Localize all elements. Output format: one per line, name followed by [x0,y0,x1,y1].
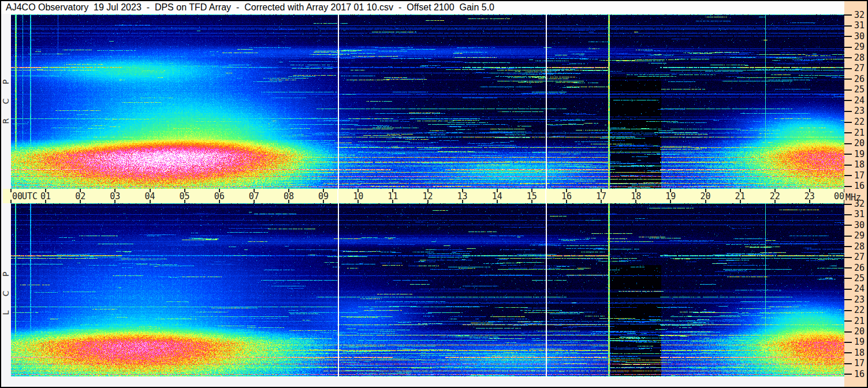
freq-tick-label: 23 [854,106,865,116]
time-tick-label: 20 [700,191,710,202]
freq-tick [844,57,852,58]
freq-tick-label: 17 [854,358,865,368]
freq-tick [844,68,852,69]
lcp-panel-label: L C P [2,266,11,315]
freq-tick [844,89,852,91]
freq-tick [844,47,852,48]
time-tick-label: 06 [214,191,225,202]
freq-tick-label: 28 [854,53,865,63]
page-title: AJ4CO Observatory 19 Jul 2023 - DPS on T… [6,2,494,13]
freq-tick [844,154,852,155]
time-tick-label: 16 [561,191,572,202]
freq-tick [844,165,852,166]
freq-tick-label: 32 [854,10,865,20]
freq-tick [844,225,852,226]
freq-tick [844,111,852,112]
freq-tick-label: 24 [854,95,865,106]
freq-tick-label: 30 [854,31,865,42]
freq-tick-label: 30 [854,220,865,230]
freq-tick-label: 21 [854,316,865,326]
freq-tick [844,204,852,205]
freq-tick-label: 28 [854,241,865,252]
freq-tick [844,14,852,16]
freq-tick-label: 22 [854,305,865,315]
freq-tick-label: 16 [854,181,865,191]
time-tick-label: 01 [40,191,51,202]
lcp-spectrogram [11,203,844,376]
time-tick-label: 03 [110,191,120,202]
freq-tick [844,310,852,311]
freq-tick-label: 26 [854,74,865,84]
title-bar: AJ4CO Observatory 19 Jul 2023 - DPS on T… [1,1,844,14]
freq-tick [844,36,852,37]
freq-tick-label: 24 [854,283,865,294]
freq-tick [844,246,852,247]
freq-tick-label: 29 [854,42,865,52]
freq-tick [844,236,852,237]
freq-tick-label: 16 [854,369,865,379]
time-tick-label: 18 [631,191,641,202]
freq-tick [844,299,852,300]
time-tick-label: 13 [457,191,468,202]
freq-tick [844,289,852,290]
time-tick-label: 23 [804,191,815,202]
time-tick-label: 00 [834,191,844,202]
freq-tick [844,143,852,144]
time-tick-label: 05 [180,191,190,202]
time-tick-label: 09 [318,191,329,202]
freq-tick-label: 31 [854,20,865,31]
freq-tick-label: 18 [854,159,865,170]
freq-tick-label: 26 [854,263,865,273]
freq-tick-label: 22 [854,117,865,127]
freq-tick [844,320,852,322]
rcp-panel-label: R C P [2,74,11,124]
freq-tick-label: 18 [854,348,865,358]
freq-tick [844,100,852,101]
freq-tick [844,25,852,27]
freq-tick-label: 27 [854,252,865,262]
frequency-axis-strip: MHz 323130292827262524232221201918171632… [844,1,867,387]
freq-tick-label: 17 [854,170,865,181]
freq-tick-label: 31 [854,209,865,219]
time-tick-label: 21 [735,191,746,202]
freq-tick-label: 32 [854,199,865,209]
freq-tick [844,374,852,375]
freq-tick [844,175,852,176]
time-tick-label: 19 [665,191,676,202]
time-tick-label: 10 [353,191,363,202]
time-tick-label: 14 [492,191,502,202]
rcp-spectrogram [11,14,844,189]
time-tick-label: 02 [75,191,85,202]
freq-tick [844,363,852,364]
freq-tick [844,267,852,268]
freq-tick-label: 27 [854,63,865,73]
data-dropout-line [337,189,338,203]
freq-tick [844,186,852,187]
utc-unit-label: UTC [22,191,38,202]
freq-tick-label: 21 [854,128,865,138]
time-tick-label: 22 [770,191,780,202]
time-tick-label: 00 [12,191,23,202]
freq-tick [844,257,852,258]
freq-tick [844,278,852,279]
time-tick-label: 08 [284,191,294,202]
freq-tick-label: 29 [854,230,865,241]
data-dropout-line [545,189,546,203]
freq-tick [844,342,852,343]
freq-tick-label: 19 [854,149,865,159]
spectrogram-app: AJ4CO Observatory 19 Jul 2023 - DPS on T… [0,0,868,388]
rcp-panel-label-box: R C P [1,70,11,128]
freq-tick-label: 20 [854,138,865,148]
lcp-panel-label-box: L C P [1,262,11,319]
freq-tick [844,122,852,123]
freq-tick-label: 19 [854,337,865,347]
time-tick-label: 04 [144,191,155,202]
time-tick [10,189,12,192]
freq-tick [844,331,852,333]
time-tick-label: 07 [249,191,259,202]
time-tick-label: 17 [596,191,606,202]
freq-tick [844,214,852,215]
freq-tick-label: 25 [854,84,865,95]
time-tick [10,200,12,203]
freq-tick-label: 25 [854,273,865,283]
